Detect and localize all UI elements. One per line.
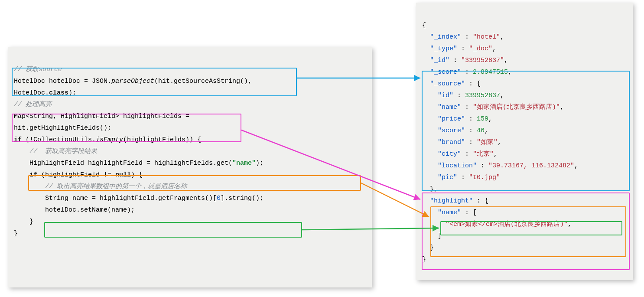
json-line: "id" : 339952837,	[422, 92, 504, 99]
json-line: "city" : "北京",	[422, 150, 498, 158]
json-line: "<em>如家</em>酒店(北京良乡西路店)",	[422, 221, 572, 228]
json-line: "price" : 159,	[422, 115, 492, 123]
code-line: if (highlightField != null) {	[14, 171, 143, 179]
json-line: "highlight" : {	[422, 197, 488, 205]
json-line: "name" : [	[422, 209, 477, 216]
json-line: "_source" : {	[422, 80, 481, 88]
json-line: "_index" : "hotel",	[422, 33, 504, 41]
json-line: "score" : 46,	[422, 127, 488, 134]
json-response-panel: { "_index" : "hotel", "_type" : "_doc", …	[416, 3, 633, 280]
json-line: "pic" : "t0.jpg"	[422, 174, 500, 181]
json-line: "location" : "39.73167, 116.132482",	[422, 162, 578, 170]
json-line: "brand" : "如家",	[422, 139, 501, 146]
code-line: hit.getHighlightFields();	[14, 124, 111, 132]
comment-get-source: // 获取source	[14, 66, 62, 73]
json-line: },	[422, 186, 438, 193]
code-line: if (!CollectionUtils.isEmpty(highlightFi…	[14, 136, 201, 144]
json-line: "name" : "如家酒店(北京良乡西路店)",	[422, 104, 564, 111]
code-line: // 获取高亮字段结果	[14, 148, 97, 155]
code-line: Map<String, HighlightField> highlightFie…	[14, 113, 189, 120]
code-line: HotelDoc.class);	[14, 89, 76, 97]
code-line: HighlightField highlightField = highligh…	[14, 160, 263, 167]
java-code-panel: // 获取source HotelDoc hotelDoc = JSON.par…	[8, 47, 372, 287]
code-line: hotelDoc.setName(name);	[14, 206, 135, 214]
json-line: }	[422, 244, 434, 251]
json-line: {	[422, 22, 426, 29]
json-line: "_type" : "_doc",	[422, 45, 496, 52]
json-line: }	[422, 256, 426, 263]
code-line: // 取出高亮结果数组中的第一个，就是酒店名称	[14, 183, 187, 190]
code-line: }	[14, 230, 18, 237]
code-line: }	[14, 218, 33, 225]
json-line: "_id" : "339952837",	[422, 57, 508, 64]
comment-handle-highlight: // 处理高亮	[14, 101, 52, 108]
code-line: String name = highlightField.getFragment…	[14, 195, 263, 202]
json-line: ]	[422, 232, 442, 240]
json-line: "_score" : 2.8947515,	[422, 69, 512, 76]
code-line: HotelDoc hotelDoc = JSON.parseObject(hit…	[14, 78, 252, 85]
